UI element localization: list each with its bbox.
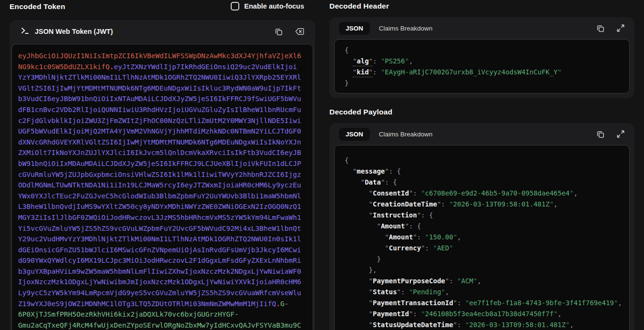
expand-icon [616, 24, 625, 32]
tab-claims-breakdown-payload[interactable]: Claims Breakdown [379, 131, 433, 138]
copy-token-button[interactable] [274, 27, 283, 36]
expand-icon [616, 130, 625, 138]
clear-token-button[interactable] [295, 27, 305, 36]
copy-payload-button[interactable] [596, 130, 605, 139]
encoded-token-card: JSON Web Token (JWT) eyJhbGciOiJQUzI1NiI… [10, 20, 315, 330]
decoded-header-tabs: JSON Claims Breakdown [329, 17, 634, 39]
expand-header-button[interactable] [616, 24, 625, 32]
decoded-header-title: Decoded Header [329, 2, 389, 10]
terminal-prompt-icon [20, 26, 30, 37]
copy-icon [274, 27, 283, 36]
decoded-header-json-panel: { "alg": "PS256", "kid": "EAygH-aRIjC700… [334, 39, 630, 93]
token-editor-panel: eyJhbGciOiJQUzI1NiIsImtpZCI6IkVBeWdILWFS… [11, 44, 313, 330]
autofocus-control[interactable]: Enable auto-focus [231, 2, 304, 10]
autofocus-label[interactable]: Enable auto-focus [244, 2, 304, 10]
decoded-payload-title: Decoded Payload [329, 108, 392, 116]
decoded-header-card: JSON Claims Breakdown { "alg": "PS256", … [329, 17, 634, 98]
token-text[interactable]: eyJhbGciOiJQUzI1NiIsImtpZCI6IkVBeWdILWFS… [18, 51, 301, 330]
expand-payload-button[interactable] [616, 130, 625, 138]
copy-icon [596, 130, 605, 139]
tab-json-payload[interactable]: JSON [339, 128, 370, 141]
encoded-token-card-header: JSON Web Token (JWT) [10, 20, 315, 43]
tab-json-header[interactable]: JSON [339, 22, 370, 35]
autofocus-checkbox[interactable] [231, 2, 239, 10]
encoded-token-title: Encoded Token [10, 2, 65, 11]
decoded-payload-tabs: JSON Claims Breakdown [329, 123, 634, 145]
jwt-panel-title: JSON Web Token (JWT) [35, 28, 113, 35]
copy-header-button[interactable] [596, 24, 605, 33]
payload-json-code: { "message": { "Data": { "ConsentId": "c… [345, 155, 629, 330]
decoded-payload-json-panel: { "message": { "Data": { "ConsentId": "c… [334, 145, 630, 330]
copy-icon [596, 24, 605, 33]
decoded-payload-card: JSON Claims Breakdown { "message": { "Da… [329, 123, 634, 330]
header-json-code: { "alg": "PS256", "kid": "EAygH-aRIjC700… [345, 45, 629, 89]
tab-claims-breakdown-header[interactable]: Claims Breakdown [379, 25, 433, 32]
clear-backspace-icon [295, 27, 305, 36]
